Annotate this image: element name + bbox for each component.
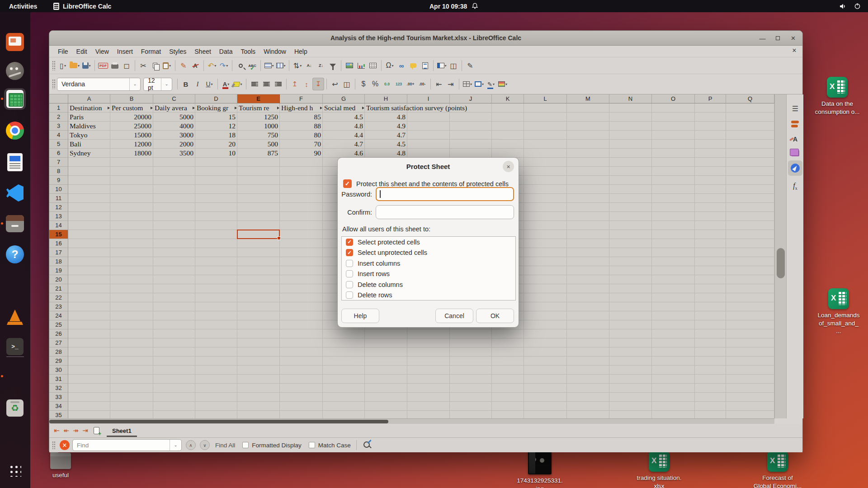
chevron-down-icon[interactable]: ▾ <box>64 64 66 68</box>
cell[interactable] <box>695 284 726 293</box>
cell[interactable] <box>695 194 726 203</box>
cell[interactable] <box>237 411 280 418</box>
cell[interactable] <box>280 212 323 221</box>
cell[interactable] <box>652 203 695 212</box>
cell[interactable] <box>280 375 323 384</box>
cell[interactable] <box>524 366 567 375</box>
find-and-replace-icon[interactable] <box>235 59 246 72</box>
cell[interactable] <box>695 131 726 140</box>
confirm-field[interactable] <box>376 205 514 219</box>
cell[interactable] <box>280 167 323 176</box>
cell[interactable] <box>68 158 110 167</box>
merge-cells-icon[interactable]: ◫ <box>341 78 353 90</box>
cell[interactable] <box>153 284 195 293</box>
cell[interactable] <box>68 357 110 366</box>
cell[interactable] <box>567 311 609 320</box>
previous-sheet-icon[interactable]: ↞ <box>61 427 71 435</box>
cell[interactable] <box>153 275 195 284</box>
cell[interactable] <box>524 293 567 302</box>
bold-icon[interactable]: B <box>180 78 192 90</box>
cell[interactable] <box>695 329 726 338</box>
cell[interactable] <box>726 384 774 393</box>
cell[interactable] <box>280 311 323 320</box>
cell[interactable] <box>695 248 726 257</box>
cell[interactable] <box>237 302 280 311</box>
desktop-icon[interactable]: Loan_demandsof_small_and_... <box>809 288 868 335</box>
formatted-display-checkbox[interactable]: Formatted Display <box>242 442 302 449</box>
cell[interactable] <box>237 167 280 176</box>
row-header-3[interactable]: 3 <box>49 122 68 131</box>
desktop-icon[interactable]: useful <box>31 453 90 479</box>
cell[interactable] <box>280 357 323 366</box>
column-header-G[interactable]: G <box>323 94 365 103</box>
menu-sheet[interactable]: Sheet <box>190 47 215 56</box>
cell[interactable] <box>407 366 450 375</box>
cell[interactable] <box>492 338 524 347</box>
cell[interactable]: Sydney <box>68 149 110 158</box>
menu-styles[interactable]: Styles <box>165 47 190 56</box>
cell[interactable] <box>195 384 237 393</box>
row-header-32[interactable]: 32 <box>49 384 68 393</box>
row-header-16[interactable]: 16 <box>49 239 68 248</box>
column-header-I[interactable]: I <box>407 94 450 103</box>
column-header-B[interactable]: B <box>110 94 153 103</box>
cell[interactable] <box>195 293 237 302</box>
cell[interactable] <box>110 366 153 375</box>
cell[interactable] <box>524 149 567 158</box>
cell[interactable] <box>609 302 652 311</box>
cell[interactable] <box>280 257 323 266</box>
cell[interactable] <box>195 194 237 203</box>
cell[interactable] <box>695 320 726 329</box>
cell[interactable] <box>567 203 609 212</box>
cell[interactable] <box>652 185 695 194</box>
row-header-19[interactable]: 19 <box>49 266 68 275</box>
cell[interactable] <box>450 402 492 411</box>
cell[interactable] <box>365 411 407 418</box>
cell[interactable] <box>567 302 609 311</box>
cell[interactable] <box>68 230 110 239</box>
cell[interactable] <box>153 185 195 194</box>
cell[interactable] <box>726 230 774 239</box>
cell[interactable] <box>237 320 280 329</box>
cell[interactable] <box>153 266 195 275</box>
column-header-H[interactable]: H <box>365 94 407 103</box>
cell[interactable] <box>110 311 153 320</box>
app-grid-button[interactable] <box>4 460 26 481</box>
cell[interactable]: 750 <box>237 131 280 140</box>
cell[interactable] <box>153 393 195 402</box>
cell[interactable] <box>450 113 492 122</box>
cell[interactable] <box>609 266 652 275</box>
cell[interactable] <box>492 375 524 384</box>
cell[interactable] <box>567 384 609 393</box>
checkbox-icon[interactable]: ✓ <box>346 249 353 256</box>
cell[interactable] <box>68 402 110 411</box>
cell[interactable]: Per custom <box>110 103 153 113</box>
cell[interactable]: 18 <box>195 131 237 140</box>
cell[interactable] <box>524 248 567 257</box>
row-header-35[interactable]: 35 <box>49 411 68 418</box>
cell[interactable] <box>695 221 726 230</box>
cell[interactable] <box>652 329 695 338</box>
cell[interactable] <box>407 393 450 402</box>
decrease-indent-icon[interactable]: ⇤ <box>433 78 445 90</box>
cell[interactable] <box>280 402 323 411</box>
cell[interactable] <box>609 158 652 167</box>
cell[interactable] <box>407 347 450 357</box>
cell[interactable] <box>567 366 609 375</box>
cell[interactable]: 80 <box>280 131 323 140</box>
cell[interactable] <box>110 375 153 384</box>
borders-icon[interactable]: ▾ <box>462 78 473 90</box>
cell[interactable] <box>726 113 774 122</box>
cell[interactable] <box>153 375 195 384</box>
cell[interactable] <box>652 158 695 167</box>
cell[interactable] <box>726 393 774 402</box>
cell[interactable] <box>726 149 774 158</box>
cell[interactable]: Paris <box>68 113 110 122</box>
cell[interactable] <box>609 293 652 302</box>
cell[interactable] <box>695 149 726 158</box>
cell[interactable]: 25000 <box>110 122 153 131</box>
cell[interactable] <box>280 293 323 302</box>
cell[interactable] <box>153 158 195 167</box>
cell[interactable]: 70 <box>280 140 323 149</box>
chevron-down-icon[interactable]: ▾ <box>240 82 242 86</box>
